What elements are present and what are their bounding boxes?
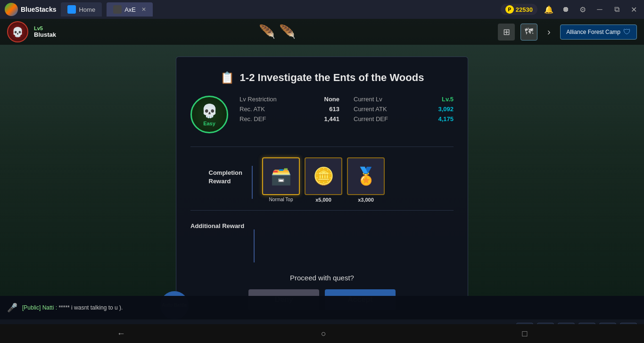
rec-def-row: Rec. DEF 1,441	[239, 115, 339, 122]
tab-close-icon[interactable]: ✕	[141, 6, 146, 13]
current-def-row: Current DEF 4,175	[354, 115, 454, 122]
android-nav: ← ○ □	[0, 324, 644, 343]
additional-rewards-divider	[254, 229, 255, 262]
current-atk-row: Current ATK 3,092	[354, 106, 454, 113]
grid-icon: ⊞	[503, 27, 510, 37]
chat-content: ***** i wasnt talking to u ).	[58, 304, 123, 311]
skull-icon: 💀	[201, 103, 218, 119]
restore-button[interactable]: ⧉	[611, 4, 622, 15]
current-def-label: Current DEF	[354, 115, 388, 122]
notification-icon[interactable]: 🔔	[543, 4, 554, 15]
gold-icon: 🪙	[313, 166, 334, 186]
dialog-title-row: 📋 1-2 Investigate the Ents of the Woods	[190, 71, 454, 84]
home-tab-icon	[67, 5, 76, 14]
record-icon[interactable]: ⏺	[560, 4, 571, 15]
divider-2	[190, 210, 454, 211]
current-lv-row: Current Lv Lv.5	[354, 96, 454, 103]
axe-tab-icon	[113, 5, 122, 14]
location-badge: Alliance Forest Camp 🛡	[560, 24, 637, 40]
tab-home-label: Home	[79, 6, 95, 13]
additional-reward-label: Additional Reward	[190, 222, 244, 230]
map-button[interactable]: 🗺	[520, 24, 537, 41]
additional-rewards-section: Additional Reward	[190, 218, 454, 262]
game-logo: 🪶 🪶	[259, 24, 296, 40]
location-text: Alliance Forest Camp	[566, 29, 620, 35]
player-level: Lv5	[34, 25, 56, 31]
coin-icon: P	[505, 5, 514, 14]
rec-atk-value: 613	[329, 106, 339, 113]
completion-reward-label: CompletionReward	[209, 169, 243, 186]
difficulty-badge: 💀 Easy	[190, 96, 228, 133]
bluestacks-name: BlueStacks	[21, 6, 56, 13]
rewards-items: 🗃️ Normal Top 🪙 x5,000 🏅 x3,000	[262, 155, 385, 203]
minimize-button[interactable]: ─	[594, 4, 605, 15]
back-button[interactable]: ←	[117, 329, 125, 339]
current-atk-value: 3,092	[438, 106, 454, 113]
grid-button[interactable]: ⊞	[498, 24, 515, 41]
current-atk-label: Current ATK	[354, 106, 387, 113]
stats-section: 💀 Easy Lv Restriction None Current Lv Lv…	[190, 96, 454, 133]
bluestacks-logo: BlueStacks	[5, 3, 56, 16]
reward-item-gold[interactable]: 🪙 x5,000	[305, 157, 342, 203]
coin-amount: 22530	[516, 6, 533, 13]
rewards-divider	[252, 166, 253, 199]
current-lv-label: Current Lv	[354, 96, 382, 103]
lv-restriction-row: Lv Restriction None	[239, 96, 339, 103]
map-icon: 🗺	[525, 27, 533, 37]
shield-icon: 🛡	[623, 28, 631, 36]
current-lv-value: Lv.5	[442, 96, 454, 103]
tab-home[interactable]: Home	[61, 2, 102, 16]
tab-axe-label: AxE	[124, 6, 136, 13]
rec-atk-row: Rec. ATK 613	[239, 106, 339, 113]
dialog-title-text: 1-2 Investigate the Ents of the Woods	[240, 72, 424, 84]
player-avatar[interactable]: 💀	[7, 21, 28, 42]
arrow-right-icon[interactable]: ›	[543, 26, 554, 38]
difficulty-label: Easy	[203, 121, 215, 126]
bs-logo-icon	[5, 3, 18, 16]
quest-dialog: 📋 1-2 Investigate the Ents of the Woods …	[176, 57, 468, 334]
lv-restriction-label: Lv Restriction	[239, 96, 277, 103]
completion-label-col: CompletionReward	[190, 155, 242, 186]
rec-def-label: Rec. DEF	[239, 115, 266, 122]
chat-message: [Public] Natti : ***** i wasnt talking t…	[22, 304, 123, 311]
divider-1	[190, 147, 454, 147]
left-wing-icon: 🪶	[259, 24, 275, 40]
tab-axe[interactable]: AxE ✕	[107, 2, 153, 16]
rec-atk-label: Rec. ATK	[239, 106, 265, 113]
completion-rewards-section: CompletionReward 🗃️ Normal Top 🪙 x5,000	[190, 155, 454, 203]
chat-bar: 🎤 [Public] Natti : ***** i wasnt talking…	[0, 296, 644, 319]
game-area: 💀 Lv5 Blustak 🪶 🪶 ⊞ 🗺 › Alliance Forest …	[0, 19, 644, 343]
home-button[interactable]: ○	[321, 329, 326, 339]
stats-grid: Lv Restriction None Current Lv Lv.5 Rec.…	[239, 96, 454, 122]
chat-name: [Public] Natti :	[22, 304, 57, 311]
mic-icon[interactable]: 🎤	[7, 302, 17, 313]
reward-label-normal-top: Normal Top	[269, 197, 293, 202]
game-topbar-right: ⊞ 🗺 › Alliance Forest Camp 🛡	[498, 24, 637, 41]
reward-box-chest: 🗃️	[262, 157, 300, 195]
player-name: Blustak	[34, 31, 56, 38]
reward-item-normal-top[interactable]: 🗃️ Normal Top	[262, 157, 300, 203]
player-info: Lv5 Blustak	[34, 25, 56, 38]
reward-item-medal[interactable]: 🏅 x3,000	[347, 157, 385, 203]
lv-restriction-value: None	[324, 96, 340, 103]
right-wing-icon: 🪶	[279, 24, 296, 40]
titlebar-right: P 22530 🔔 ⏺ ⚙ ─ ⧉ ✕	[501, 4, 639, 15]
close-button[interactable]: ✕	[628, 4, 639, 15]
additional-label-col: Additional Reward	[190, 218, 244, 230]
recent-button[interactable]: □	[522, 329, 527, 339]
game-topbar: 💀 Lv5 Blustak 🪶 🪶 ⊞ 🗺 › Alliance Forest …	[0, 19, 644, 45]
coin-badge: P 22530	[501, 4, 537, 15]
reward-count-gold: x5,000	[315, 197, 331, 203]
proceed-text: Proceed with quest?	[190, 274, 454, 282]
titlebar: BlueStacks Home AxE ✕ P 22530 🔔 ⏺ ⚙ ─ ⧉ …	[0, 0, 644, 19]
chest-icon: 🗃️	[271, 166, 292, 186]
current-def-value: 4,175	[438, 115, 454, 122]
reward-box-medal: 🏅	[347, 157, 385, 195]
reward-count-medal: x3,000	[358, 197, 374, 203]
settings-icon[interactable]: ⚙	[577, 4, 588, 15]
reward-box-gold: 🪙	[305, 157, 342, 195]
quest-icon: 📋	[220, 71, 234, 84]
rec-def-value: 1,441	[324, 115, 339, 122]
medal-icon: 🏅	[355, 166, 377, 186]
